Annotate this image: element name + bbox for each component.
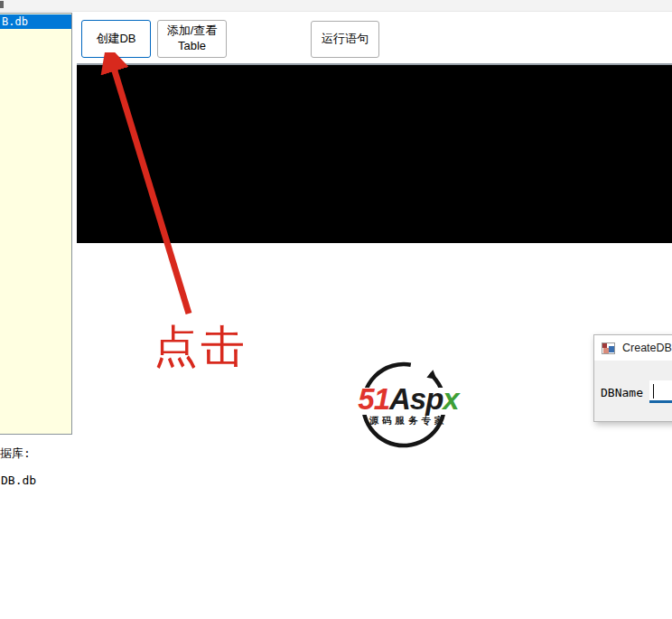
logo-asp: Asp	[389, 382, 443, 416]
dialog-titlebar[interactable]: CreateDBFo	[594, 335, 672, 361]
logo-wordmark: 51Aspx	[354, 383, 462, 416]
cropped-glyph-fragment	[0, 1, 4, 8]
text-caret	[653, 384, 654, 399]
add-view-table-line2: Table	[178, 39, 206, 54]
run-sql-button[interactable]: 运行语句	[311, 21, 379, 58]
add-view-table-line1: 添加/查看	[167, 23, 218, 39]
window-top-strip	[0, 0, 672, 12]
logo-51: 51	[358, 382, 389, 416]
status-db-filename: DB.db	[1, 474, 36, 487]
winform-icon	[602, 342, 616, 355]
logo-51aspx: 51Aspx 源码服务专家	[354, 360, 462, 450]
create-db-dialog: CreateDBFo DBName	[593, 334, 672, 422]
dialog-title: CreateDBFo	[622, 342, 672, 354]
status-database-label: 据库:	[0, 445, 31, 462]
logo-x: x	[443, 382, 458, 416]
db-listbox[interactable]: B.db	[0, 13, 72, 435]
black-preview-panel	[77, 63, 672, 243]
create-db-button[interactable]: 创建DB	[81, 20, 151, 58]
dbname-label: DBName	[601, 386, 643, 399]
logo-subtitle: 源码服务专家	[354, 415, 462, 427]
db-list-item-selected[interactable]: B.db	[0, 14, 71, 29]
click-label: 点击	[154, 317, 247, 377]
add-view-table-button[interactable]: 添加/查看 Table	[157, 20, 227, 58]
